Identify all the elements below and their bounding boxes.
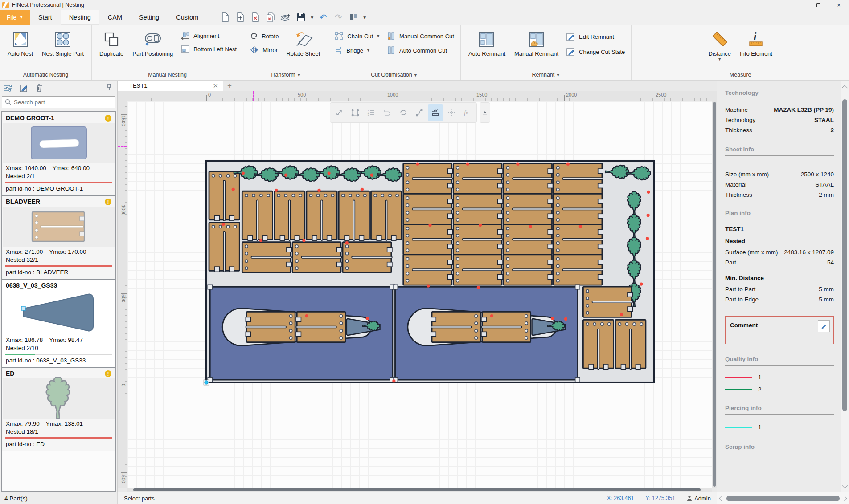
manual-common-cut-button[interactable]: Manual Common Cut [386, 32, 454, 41]
layout-dropdown-caret[interactable]: ▼ [362, 15, 367, 20]
canvas-vertical-scrollbar[interactable] [712, 91, 717, 488]
auto-common-cut-button[interactable]: Auto Common Cut [386, 46, 454, 55]
curve-link-tool-button[interactable] [412, 104, 427, 121]
user-name: Admin [694, 495, 711, 502]
function-tool-button[interactable]: fx [460, 104, 475, 121]
duplicate-button[interactable]: Duplicate [95, 27, 127, 58]
info-element-button[interactable]: i Info Element [736, 27, 776, 58]
crosshair-tool-button[interactable] [444, 104, 459, 121]
bottom-left-nest-button[interactable]: Bottom Left Nest [180, 45, 237, 53]
tab-setting[interactable]: Setting [131, 10, 168, 25]
new-tab-button[interactable]: + [223, 81, 236, 91]
scroll-right-icon[interactable] [841, 496, 847, 501]
bridge-icon [334, 46, 343, 55]
tab-nesting[interactable]: Nesting [61, 10, 99, 25]
group-label-cut: Cut Optimisation ▼ [332, 70, 457, 80]
delete-copy-button[interactable] [264, 11, 277, 24]
group-measure: Distance ▼ i Info Element Measure [632, 25, 849, 80]
auto-remnant-button[interactable]: Auto Remnant [464, 27, 509, 58]
part-card-ed[interactable]: ED ! Xmax: 79.90Ymax: 138.01 Nested 18/1… [2, 368, 115, 451]
nesting-drawing[interactable] [127, 101, 712, 484]
part-id: part id-no : 0638_V_03_GS33 [2, 355, 115, 367]
delete-document-button[interactable] [249, 11, 262, 24]
distance-button[interactable]: Distance ▼ [704, 27, 735, 62]
nested-subsection-title: Nested [725, 238, 834, 244]
file-menu-label: File [7, 14, 17, 21]
group-automatic-nesting: Auto Nest Nest Single Part Automatic Nes… [0, 25, 92, 80]
nest-single-part-label: Nest Single Part [42, 50, 84, 57]
nest-single-part-button[interactable]: Nest Single Part [38, 27, 88, 58]
manual-remnant-icon [527, 29, 546, 49]
nested-demo-groot-part-2[interactable] [393, 285, 580, 382]
tab-custom[interactable]: Custom [168, 10, 207, 25]
mirror-icon [250, 46, 259, 54]
mirror-button[interactable]: Mirror [250, 46, 279, 54]
scrollbar-thumb[interactable] [726, 496, 840, 501]
chain-cut-icon [334, 32, 344, 41]
info-panel-vertical-scrollbar[interactable] [841, 81, 849, 492]
new-document-button[interactable] [218, 11, 232, 24]
chevron-down-icon: ▼ [19, 15, 23, 20]
nesting-viewport[interactable]: 123 fx [127, 101, 712, 488]
minimize-button[interactable] [787, 0, 808, 10]
close-tab-icon[interactable]: ✕ [213, 82, 218, 90]
undo-button[interactable]: ↶ [316, 11, 330, 24]
manual-remnant-button[interactable]: Manual Remnant [510, 27, 562, 58]
app-icon [2, 2, 9, 8]
alignment-button[interactable]: Alignment [180, 32, 237, 40]
collapse-toolbar-button[interactable] [480, 102, 490, 123]
loop-tool-button[interactable] [396, 104, 411, 121]
filter-settings-button[interactable] [4, 84, 13, 92]
pin-panel-button[interactable] [106, 83, 113, 91]
search-part-input[interactable] [14, 99, 112, 106]
technology-section-title: Technology [725, 89, 834, 96]
change-cut-state-button[interactable]: Change Cut State [566, 47, 625, 57]
maximize-button[interactable] [808, 0, 828, 10]
rotate-sheet-button[interactable]: Rotate Sheet [282, 27, 324, 58]
edit-part-button[interactable] [20, 84, 29, 93]
part-card-0638-v-03-gs33[interactable]: 0638_V_03_GS33 Xmax: 186.78Ymax: 98.47 N… [2, 280, 115, 368]
part-card-bladveer[interactable]: BLADVEER ! Xmax: 271.00Ymax: 170.00 Nest… [2, 196, 115, 280]
info-panel-horizontal-scrollbar[interactable] [717, 492, 849, 504]
piercing-1-color-line [725, 427, 752, 428]
part-thumbnail [3, 290, 115, 335]
nested-demo-groot-part-1[interactable] [208, 285, 394, 382]
scroll-down-icon[interactable] [842, 483, 848, 488]
redo-button[interactable]: ↷ [332, 11, 345, 24]
info-panel: Technology MachineMAZAK L32B (PP 19) Tec… [717, 81, 849, 492]
sequence-list-tool-button[interactable]: 123 [364, 104, 379, 121]
bounding-box-tool-button[interactable] [348, 104, 363, 121]
save-button[interactable] [294, 11, 308, 24]
scroll-left-icon[interactable] [719, 496, 725, 501]
save-dropdown-caret[interactable]: ▼ [309, 15, 315, 20]
add-document-button[interactable] [234, 11, 247, 24]
file-menu-button[interactable]: File▼ [0, 10, 30, 25]
auto-remnant-label: Auto Remnant [468, 50, 505, 57]
quality-legend-item: 1 [725, 371, 834, 383]
edit-comment-button[interactable] [818, 320, 830, 332]
part-positioning-button[interactable]: Part Positioning [128, 27, 177, 58]
auto-nest-button[interactable]: Auto Nest [4, 27, 37, 58]
part-dimensions: Xmax: 186.78Ymax: 98.47 [2, 335, 115, 343]
hide-measures-tool-button[interactable] [428, 104, 443, 121]
canvas-horizontal-scrollbar[interactable] [127, 488, 712, 492]
rotate-button[interactable]: Rotate [250, 32, 279, 41]
part-positioning-label: Part Positioning [132, 50, 173, 57]
expand-tool-button[interactable] [332, 104, 347, 121]
document-tab-test1[interactable]: TEST1 ✕ [118, 81, 223, 91]
tab-cam[interactable]: CAM [99, 10, 131, 25]
ruler-horizontal: 0 500 1000 1500 2000 2500 [127, 91, 712, 101]
edit-remnant-button[interactable]: Edit Remnant [566, 32, 625, 41]
close-button[interactable]: × [828, 0, 849, 10]
delete-part-button[interactable] [35, 84, 43, 93]
window-layout-button[interactable] [347, 11, 360, 24]
chain-cut-button[interactable]: Chain Cut ▼ [334, 32, 380, 41]
quality-legend-item: 2 [725, 383, 834, 395]
scroll-up-icon[interactable] [842, 85, 848, 91]
part-card-demo-groot-1[interactable]: DEMO GROOT-1 ! Xmax: 1040.00Ymax: 640.00… [2, 112, 115, 196]
bridge-button[interactable]: Bridge ▼ [334, 46, 380, 55]
rotate-sheet-label: Rotate Sheet [286, 50, 320, 57]
add-sheet-button[interactable] [279, 11, 292, 24]
tab-start[interactable]: Start [30, 10, 61, 25]
cut-path-tool-button[interactable] [380, 104, 395, 121]
